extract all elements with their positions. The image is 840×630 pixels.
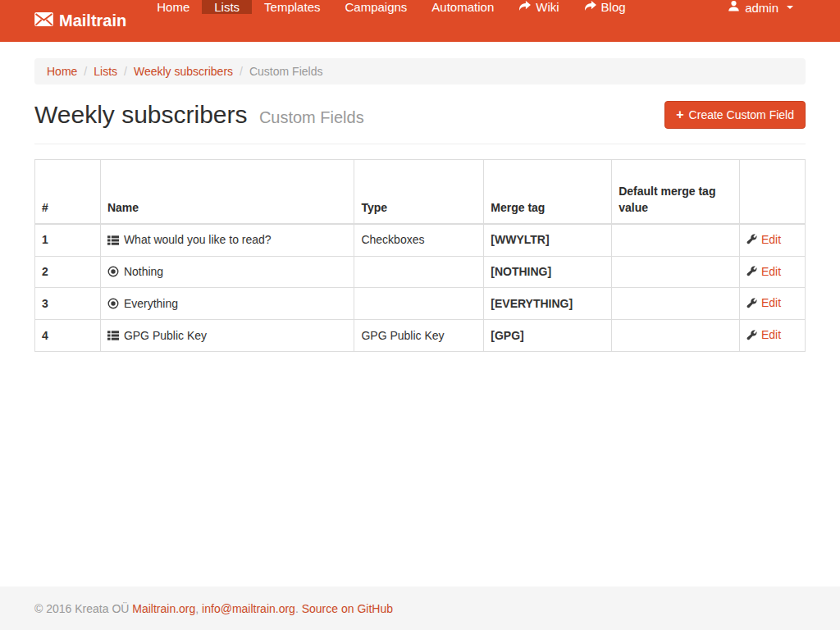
nav-label: Campaigns <box>345 0 407 14</box>
field-name: What would you like to read? <box>124 231 272 248</box>
merge-tag: [WWYLTR] <box>484 224 612 256</box>
nav-label: Wiki <box>536 0 559 14</box>
page-title-text: Weekly subscribers <box>34 101 248 128</box>
main-nav: Home Lists Templates Campaigns Automatio… <box>144 0 637 42</box>
breadcrumb-current: Custom Fields <box>249 65 322 78</box>
page-header: Weekly subscribers Custom Fields + Creat… <box>34 101 806 129</box>
table-row: 2 Nothing [NOTHING] <box>35 256 806 288</box>
default-merge-tag-value <box>612 256 740 288</box>
footer-separator: , <box>195 602 202 615</box>
brand-link[interactable]: Mailtrain <box>34 0 144 42</box>
table-row: 4 GPG Public Key GPG Public Key [GPG] <box>35 320 806 352</box>
field-type <box>354 288 484 320</box>
user-icon <box>728 0 740 15</box>
breadcrumb-lists[interactable]: Lists <box>94 65 117 78</box>
create-custom-field-button[interactable]: + Create Custom Field <box>664 101 806 129</box>
nav-item-campaigns[interactable]: Campaigns <box>332 0 419 14</box>
table-row: 1 What would you like to read? Checkboxe… <box>35 224 806 256</box>
table-row: 3 Everything [EVERYTHING] <box>35 288 806 320</box>
col-header-actions <box>740 160 806 224</box>
option-icon <box>107 298 119 309</box>
envelope-icon <box>34 11 53 30</box>
copyright-text: © 2016 Kreata OÜ <box>34 602 129 615</box>
nav-label: Blog <box>601 0 626 14</box>
list-icon <box>107 330 119 341</box>
col-header-num: # <box>35 160 101 224</box>
wrench-icon <box>746 298 757 308</box>
footer-separator: . <box>295 602 302 615</box>
breadcrumb-separator: / <box>117 65 134 78</box>
brand-label: Mailtrain <box>59 11 126 30</box>
nav-label: Lists <box>214 0 240 14</box>
nav-item-lists[interactable]: Lists <box>202 0 252 14</box>
col-header-name: Name <box>100 160 354 224</box>
wrench-icon <box>746 266 757 276</box>
page-title: Weekly subscribers Custom Fields <box>34 101 364 129</box>
breadcrumb-weekly-subscribers[interactable]: Weekly subscribers <box>134 65 233 78</box>
nav-item-blog[interactable]: Blog <box>572 0 638 14</box>
nav-label: Automation <box>431 0 494 14</box>
wrench-icon <box>746 330 757 340</box>
edit-link[interactable]: Edit <box>746 326 781 343</box>
field-name: GPG Public Key <box>124 327 207 344</box>
edit-link[interactable]: Edit <box>746 294 781 311</box>
field-name: Nothing <box>124 263 163 280</box>
row-number: 2 <box>35 256 101 288</box>
nav-item-automation[interactable]: Automation <box>419 0 506 14</box>
nav-item-home[interactable]: Home <box>144 0 202 14</box>
user-nav: admin <box>715 0 806 42</box>
col-header-merge-tag: Merge tag <box>484 160 612 224</box>
external-arrow-icon <box>518 0 531 14</box>
wrench-icon <box>746 234 757 244</box>
row-number: 4 <box>35 320 101 352</box>
field-type: GPG Public Key <box>354 320 484 352</box>
field-type: Checkboxes <box>354 224 484 256</box>
top-navbar: Mailtrain Home Lists Templates Campaigns… <box>0 0 840 42</box>
default-merge-tag-value <box>612 288 740 320</box>
edit-label: Edit <box>761 294 781 311</box>
breadcrumb: Home / Lists / Weekly subscribers / Cust… <box>34 58 806 84</box>
plus-icon: + <box>676 108 683 121</box>
edit-label: Edit <box>761 231 781 248</box>
field-type <box>354 256 484 288</box>
create-custom-field-label: Create Custom Field <box>689 108 794 121</box>
nav-item-templates[interactable]: Templates <box>252 0 332 14</box>
col-header-type: Type <box>354 160 484 224</box>
breadcrumb-separator: / <box>233 65 249 78</box>
option-icon <box>107 266 119 277</box>
edit-link[interactable]: Edit <box>746 231 781 248</box>
merge-tag: [EVERYTHING] <box>484 288 612 320</box>
nav-label: Home <box>157 0 189 14</box>
nav-item-wiki[interactable]: Wiki <box>506 0 571 14</box>
header-divider <box>34 144 806 144</box>
edit-label: Edit <box>761 263 781 280</box>
edit-label: Edit <box>761 326 781 343</box>
list-icon <box>107 235 119 246</box>
page-subtitle: Custom Fields <box>259 108 364 126</box>
default-merge-tag-value <box>612 320 740 352</box>
custom-fields-table: # Name Type Merge tag Default merge tag … <box>34 159 806 352</box>
github-source-link[interactable]: Source on GitHub <box>302 602 393 615</box>
col-header-default-value: Default merge tag value <box>612 160 740 224</box>
external-arrow-icon <box>584 0 596 14</box>
table-header-row: # Name Type Merge tag Default merge tag … <box>35 160 806 224</box>
chevron-down-icon <box>787 6 793 9</box>
row-number: 3 <box>35 288 101 320</box>
field-name: Everything <box>124 295 178 312</box>
email-link[interactable]: info@mailtrain.org <box>202 602 295 615</box>
merge-tag: [NOTHING] <box>484 256 612 288</box>
default-merge-tag-value <box>612 224 740 256</box>
user-label: admin <box>745 1 778 15</box>
edit-link[interactable]: Edit <box>746 263 781 280</box>
breadcrumb-home[interactable]: Home <box>47 65 77 78</box>
breadcrumb-separator: / <box>77 65 94 78</box>
page-footer: © 2016 Kreata OÜ Mailtrain.org, info@mai… <box>0 587 840 630</box>
nav-label: Templates <box>264 0 320 14</box>
merge-tag: [GPG] <box>484 320 612 352</box>
user-menu[interactable]: admin <box>715 0 806 15</box>
mailtrain-org-link[interactable]: Mailtrain.org <box>132 602 195 615</box>
row-number: 1 <box>35 224 101 256</box>
